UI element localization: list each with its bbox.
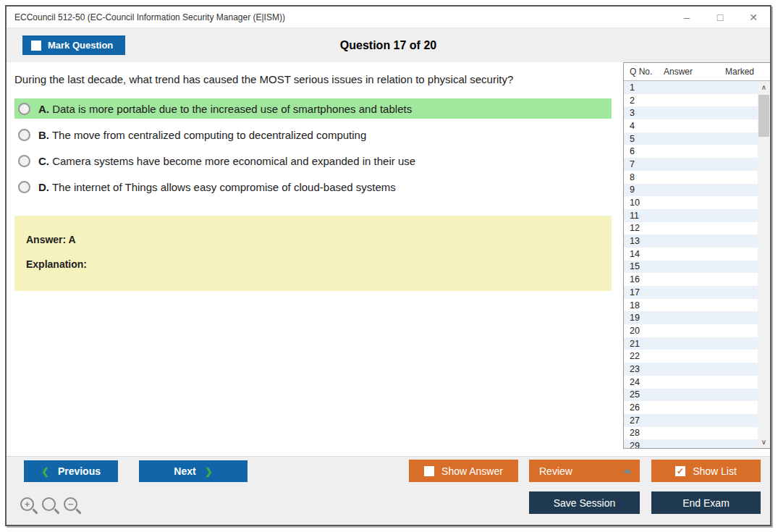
previous-label: Previous (58, 465, 101, 477)
main-area: During the last decade, what trend has c… (7, 62, 770, 456)
mark-question-label: Mark Question (48, 40, 113, 51)
question-list-row[interactable]: 21 (624, 337, 758, 350)
question-list-row[interactable]: 24 (624, 376, 758, 389)
row-qno: 7 (624, 159, 658, 169)
radio-icon[interactable] (18, 129, 30, 141)
question-list-row[interactable]: 26 (624, 401, 758, 414)
radio-icon[interactable] (18, 181, 30, 193)
list-scrollbar[interactable]: ∧ ∨ (758, 81, 770, 448)
mark-question-button[interactable]: Mark Question (22, 35, 125, 55)
question-list-row[interactable]: 23 (624, 363, 758, 376)
option-d[interactable]: D. The internet of Things allows easy co… (14, 177, 612, 197)
scroll-up-icon[interactable]: ∧ (758, 81, 770, 93)
question-list-row[interactable]: 2 (624, 94, 758, 107)
maximize-icon[interactable]: □ (703, 7, 737, 28)
save-session-button[interactable]: Save Session (529, 491, 640, 514)
question-list-row[interactable]: 3 (624, 106, 758, 119)
review-button[interactable]: Review (529, 460, 640, 482)
column-header-answer: Answer (664, 67, 725, 77)
question-list-row[interactable]: 19 (624, 311, 758, 324)
question-list-row[interactable]: 17 (624, 286, 758, 299)
option-c-letter: C. (38, 155, 49, 167)
row-qno: 11 (624, 211, 658, 221)
triangle-up-icon (623, 468, 632, 473)
chevron-right-icon: ❯ (205, 466, 213, 477)
question-list-row[interactable]: 29 (624, 439, 758, 448)
question-list-row[interactable]: 7 (624, 158, 758, 171)
row-qno: 10 (624, 198, 658, 208)
row-qno: 22 (624, 351, 658, 361)
question-list-row[interactable]: 25 (624, 389, 758, 402)
scrollbar-thumb[interactable] (758, 95, 769, 137)
chevron-left-icon: ❮ (41, 466, 49, 477)
question-text: During the last decade, what trend has c… (14, 73, 623, 85)
radio-icon[interactable] (18, 155, 30, 167)
question-list-row[interactable]: 28 (624, 427, 758, 440)
exam-window: ECCouncil 512-50 (EC-Council Information… (5, 5, 771, 526)
answer-explanation-box: Answer: A Explanation: (14, 216, 612, 291)
row-qno: 23 (624, 364, 658, 374)
zoom-out-icon[interactable]: − (64, 497, 77, 511)
zoom-in-icon[interactable]: + (20, 497, 34, 511)
question-list-row[interactable]: 16 (624, 273, 758, 286)
option-b-letter: B. (38, 129, 49, 141)
row-qno: 24 (624, 377, 658, 387)
question-list-row[interactable]: 14 (624, 248, 758, 261)
question-list-row[interactable]: 8 (624, 171, 758, 184)
end-exam-label: End Exam (682, 497, 730, 509)
question-list-row[interactable]: 11 (624, 209, 758, 222)
question-list-row[interactable]: 5 (624, 132, 758, 145)
explanation-label: Explanation: (26, 258, 600, 270)
show-list-label: Show List (693, 465, 737, 477)
row-qno: 25 (624, 389, 658, 400)
option-b-text: B. The move from centralized computing t… (38, 129, 366, 141)
row-qno: 13 (624, 236, 658, 246)
magnifier-icon[interactable] (42, 497, 56, 511)
save-session-label: Save Session (554, 497, 616, 509)
option-c[interactable]: C. Camera systems have become more econo… (14, 151, 612, 171)
row-qno: 26 (624, 402, 658, 413)
row-qno: 29 (624, 441, 658, 448)
question-list-row[interactable]: 20 (624, 324, 758, 337)
row-qno: 4 (624, 121, 658, 131)
close-icon[interactable]: ✕ (737, 7, 770, 28)
question-list-row[interactable]: 1 (624, 81, 758, 94)
show-answer-button[interactable]: Show Answer (409, 460, 518, 482)
scroll-down-icon[interactable]: ∨ (758, 436, 770, 448)
end-exam-button[interactable]: End Exam (651, 491, 761, 514)
question-rows: 1 2 3 (624, 81, 758, 448)
question-list-row[interactable]: 4 (624, 119, 758, 132)
option-d-text: D. The internet of Things allows easy co… (38, 181, 396, 193)
mark-question-checkbox[interactable] (31, 41, 41, 51)
row-qno: 20 (624, 326, 658, 336)
question-list-row[interactable]: 18 (624, 299, 758, 312)
row-qno: 28 (624, 428, 658, 438)
question-list-header: Q No. Answer Marked (624, 63, 770, 81)
question-list-row[interactable]: 27 (624, 414, 758, 427)
zoom-controls: + − (20, 497, 77, 511)
previous-button[interactable]: ❮ Previous (24, 460, 118, 482)
row-qno: 1 (624, 83, 658, 93)
question-list-row[interactable]: 22 (624, 350, 758, 363)
question-list-row[interactable]: 12 (624, 222, 758, 235)
footer-bar: ❮ Previous Next ❯ Show Answer Review ✓ S… (7, 456, 770, 526)
row-qno: 6 (624, 146, 658, 156)
option-a[interactable]: A. Data is more portable due to the incr… (14, 98, 612, 119)
option-b[interactable]: B. The move from centralized computing t… (14, 124, 612, 145)
question-list-row[interactable]: 6 (624, 145, 758, 158)
minimize-icon[interactable]: – (670, 7, 703, 28)
question-list-row[interactable]: 15 (624, 261, 758, 274)
show-list-checkbox[interactable]: ✓ (675, 466, 685, 476)
row-qno: 17 (624, 287, 658, 297)
next-button[interactable]: Next ❯ (139, 460, 248, 482)
row-qno: 27 (624, 415, 658, 426)
question-list-row[interactable]: 10 (624, 196, 758, 209)
question-list-row[interactable]: 9 (624, 184, 758, 197)
show-answer-checkbox[interactable] (424, 466, 434, 476)
question-list-row[interactable]: 13 (624, 235, 758, 248)
question-list: 1 2 3 (624, 81, 770, 448)
show-list-button[interactable]: ✓ Show List (651, 460, 761, 482)
radio-icon[interactable] (18, 103, 30, 115)
check-icon: ✓ (677, 467, 684, 476)
row-qno: 19 (624, 313, 658, 323)
